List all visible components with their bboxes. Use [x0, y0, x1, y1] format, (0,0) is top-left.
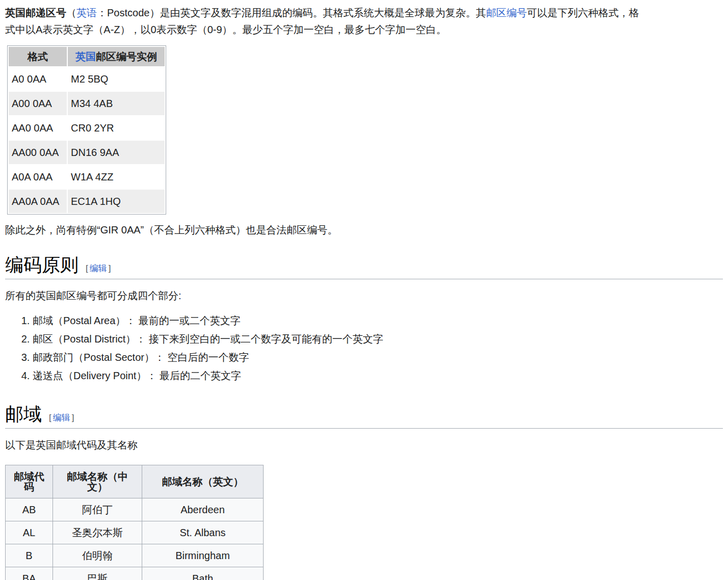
format-cell: AA0A 0AA: [9, 190, 67, 213]
link-united-kingdom[interactable]: 英国: [75, 51, 96, 62]
area-code-cell: B: [6, 544, 53, 567]
link-postcode-number[interactable]: 邮区编号: [486, 7, 527, 18]
example-cell: EC1A 1HQ: [68, 190, 165, 213]
area-code-cell: AL: [6, 521, 53, 544]
intro-text-tail-line1: 可以是下列六种格式，格: [527, 7, 639, 18]
table-row: B 伯明翰 Birmingham: [6, 544, 264, 567]
table-header-row: 邮域代码 邮域名称（中文） 邮域名称（英文）: [6, 465, 264, 498]
area-code-cell: BA: [6, 567, 53, 580]
table-row: A00 0AA M34 4AB: [9, 92, 165, 115]
section-heading-principles: 编码原则[编辑]: [5, 254, 723, 279]
intro-paragraph: 英国邮递区号（英语：Postcode）是由英文字及数字混用组成的编码。其格式系统…: [5, 5, 723, 38]
edit-bracket-open: [: [49, 413, 51, 423]
area-name-zh-cell: 巴斯: [53, 567, 142, 580]
postal-areas-table: 邮域代码 邮域名称（中文） 邮域名称（英文） AB 阿伯丁 Aberdeen A…: [5, 465, 264, 580]
table-row: AA0A 0AA EC1A 1HQ: [9, 190, 165, 213]
table-row: A0A 0AA W1A 4ZZ: [9, 165, 165, 189]
table-header-row: 格式 英国邮区编号实例: [9, 47, 165, 66]
area-code-header: 邮域代码: [6, 465, 53, 498]
edit-bracket-close: ]: [109, 263, 111, 273]
area-name-zh-cell: 阿伯丁: [53, 498, 142, 521]
example-cell: DN16 9AA: [68, 141, 165, 164]
area-name-en-header: 邮域名称（英文）: [142, 465, 264, 498]
list-item: 邮域（Postal Area）： 最前的一或二个英文字: [33, 311, 723, 330]
area-name-zh-cell: 伯明翰: [53, 544, 142, 567]
gir-exception-paragraph: 除此之外，尚有特例“GIR 0AA”（不合上列六种格式）也是合法邮区编号。: [5, 222, 723, 239]
area-name-zh-cell: 圣奥尔本斯: [53, 521, 142, 544]
article-title-bold: 英国邮递区号: [5, 7, 66, 18]
example-cell: M34 4AB: [68, 92, 165, 115]
format-cell: AA00 0AA: [9, 141, 67, 164]
example-cell: M2 5BQ: [68, 67, 165, 91]
area-name-en-cell: Bath: [142, 567, 264, 580]
edit-link[interactable]: 编辑: [53, 413, 70, 423]
intro-text-pre: （: [66, 7, 76, 18]
edit-bracket-open: [: [86, 263, 88, 273]
format-column-header: 格式: [9, 47, 67, 66]
section-heading-areas: 邮域[编辑]: [5, 403, 723, 429]
edit-section: [编辑]: [49, 413, 74, 423]
example-column-header: 英国邮区编号实例: [68, 47, 165, 66]
format-cell: A0 0AA: [9, 67, 67, 91]
heading-text: 邮域: [5, 404, 42, 425]
link-english-language[interactable]: 英语: [76, 7, 97, 18]
postcode-format-table: 格式 英国邮区编号实例 A0 0AA M2 5BQ A00 0AA M34 4A…: [7, 45, 166, 215]
article-content: 英国邮递区号（英语：Postcode）是由英文字及数字混用组成的编码。其格式系统…: [0, 0, 728, 580]
area-code-cell: AB: [6, 498, 53, 521]
format-cell: A0A 0AA: [9, 165, 67, 189]
area-name-en-cell: Aberdeen: [142, 498, 264, 521]
intro-text-tail-line2: 式中以A表示英文字（A-Z），以0表示数字（0-9）。最少五个字加一空白，最多七…: [5, 24, 447, 35]
edit-bracket-close: ]: [72, 413, 74, 423]
list-item: 邮政部门（Postal Sector）： 空白后的一个数字: [33, 348, 723, 366]
example-cell: CR0 2YR: [68, 116, 165, 140]
postcode-parts-list: 邮域（Postal Area）： 最前的一或二个英文字 邮区（Postal Di…: [5, 311, 723, 385]
format-cell: AA0 0AA: [9, 116, 67, 140]
example-header-rest: 邮区编号实例: [96, 51, 157, 62]
format-cell: A00 0AA: [9, 92, 67, 115]
list-item: 递送点（Delivery Point）： 最后的二个英文字: [33, 366, 723, 385]
area-name-en-cell: St. Albans: [142, 521, 264, 544]
edit-section: [编辑]: [86, 263, 111, 273]
area-name-zh-header: 邮域名称（中文）: [53, 465, 142, 498]
list-item: 邮区（Postal District）： 接下来到空白的一或二个数字及可能有的一…: [33, 330, 723, 348]
table-row: AA0 0AA CR0 2YR: [9, 116, 165, 140]
table-row: AL 圣奥尔本斯 St. Albans: [6, 521, 264, 544]
heading-text: 编码原则: [5, 255, 79, 275]
example-cell: W1A 4ZZ: [68, 165, 165, 189]
table-row: A0 0AA M2 5BQ: [9, 67, 165, 91]
edit-link[interactable]: 编辑: [90, 263, 107, 273]
areas-lead-paragraph: 以下是英国邮域代码及其名称: [5, 437, 723, 454]
intro-text-mid: ：Postcode）是由英文字及数字混用组成的编码。其格式系统大概是全球最为复杂…: [97, 7, 486, 18]
table-row: AB 阿伯丁 Aberdeen: [6, 498, 264, 521]
principles-lead-paragraph: 所有的英国邮区编号都可分成四个部分:: [5, 287, 723, 304]
table-row: BA 巴斯 Bath: [6, 567, 264, 580]
area-name-en-cell: Birmingham: [142, 544, 264, 567]
table-row: AA00 0AA DN16 9AA: [9, 141, 165, 164]
